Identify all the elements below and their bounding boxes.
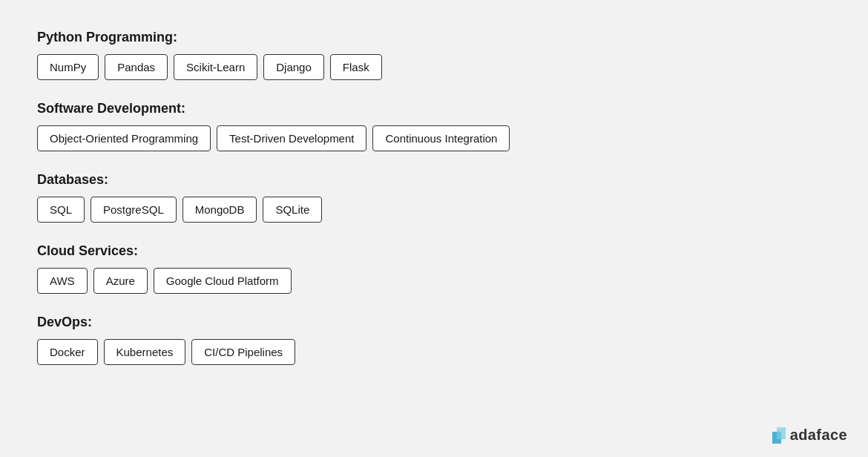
tag-item[interactable]: Test-Driven Development: [217, 125, 366, 151]
tag-item[interactable]: Pandas: [105, 54, 168, 80]
tag-item[interactable]: PostgreSQL: [91, 197, 177, 223]
section-title-software: Software Development:: [37, 101, 831, 116]
tag-item[interactable]: Docker: [37, 339, 98, 365]
tags-row-devops: DockerKubernetesCI/CD Pipelines: [37, 339, 831, 365]
tag-item[interactable]: Azure: [93, 268, 148, 294]
tag-item[interactable]: SQL: [37, 197, 85, 223]
section-databases: Databases:SQLPostgreSQLMongoDBSQLite: [37, 172, 831, 223]
tag-item[interactable]: NumPy: [37, 54, 99, 80]
section-python: Python Programming:NumPyPandasScikit-Lea…: [37, 30, 831, 80]
tag-item[interactable]: Scikit-Learn: [174, 54, 257, 80]
tags-row-cloud: AWSAzureGoogle Cloud Platform: [37, 268, 831, 294]
tag-item[interactable]: Kubernetes: [104, 339, 186, 365]
tag-item[interactable]: CI/CD Pipelines: [191, 339, 295, 365]
tag-item[interactable]: SQLite: [263, 197, 322, 223]
main-content: Python Programming:NumPyPandasScikit-Lea…: [0, 0, 868, 415]
tag-item[interactable]: Google Cloud Platform: [154, 268, 292, 294]
tag-item[interactable]: Continuous Integration: [372, 125, 510, 151]
tags-row-python: NumPyPandasScikit-LearnDjangoFlask: [37, 54, 831, 80]
svg-rect-1: [777, 427, 786, 439]
tag-item[interactable]: MongoDB: [183, 197, 257, 223]
brand-name: adaface: [790, 427, 847, 444]
adaface-icon: [772, 427, 786, 444]
section-title-databases: Databases:: [37, 172, 831, 188]
section-software: Software Development:Object-Oriented Pro…: [37, 101, 831, 151]
section-title-python: Python Programming:: [37, 30, 831, 45]
tag-item[interactable]: Flask: [330, 54, 382, 80]
tag-item[interactable]: Django: [263, 54, 324, 80]
section-cloud: Cloud Services:AWSAzureGoogle Cloud Plat…: [37, 243, 831, 294]
section-devops: DevOps:DockerKubernetesCI/CD Pipelines: [37, 315, 831, 365]
tag-item[interactable]: Object-Oriented Programming: [37, 125, 211, 151]
section-title-devops: DevOps:: [37, 315, 831, 330]
tag-item[interactable]: AWS: [37, 268, 88, 294]
tags-row-software: Object-Oriented ProgrammingTest-Driven D…: [37, 125, 831, 151]
section-title-cloud: Cloud Services:: [37, 243, 831, 259]
tags-row-databases: SQLPostgreSQLMongoDBSQLite: [37, 197, 831, 223]
branding: adaface: [772, 427, 847, 444]
